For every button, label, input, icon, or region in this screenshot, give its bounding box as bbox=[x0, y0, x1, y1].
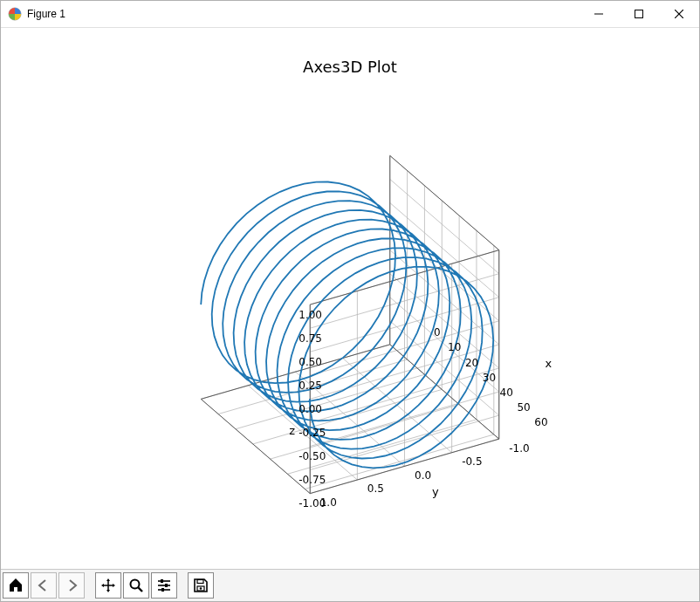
svg-rect-84 bbox=[165, 584, 168, 587]
svg-text:-0.50: -0.50 bbox=[299, 450, 326, 462]
svg-text:0.5: 0.5 bbox=[367, 482, 384, 495]
back-button[interactable] bbox=[31, 572, 57, 599]
svg-text:-1.00: -1.00 bbox=[299, 497, 326, 510]
svg-text:0.75: 0.75 bbox=[299, 332, 322, 345]
svg-text:-1.0: -1.0 bbox=[509, 442, 529, 455]
svg-text:50: 50 bbox=[517, 401, 530, 414]
svg-rect-87 bbox=[197, 580, 203, 584]
configure-subplots-button[interactable] bbox=[151, 572, 177, 599]
svg-line-51 bbox=[390, 155, 499, 250]
save-button[interactable] bbox=[188, 572, 214, 599]
toolbar bbox=[1, 569, 699, 601]
svg-text:-0.25: -0.25 bbox=[299, 427, 326, 439]
maximize-button[interactable] bbox=[619, 1, 659, 27]
svg-text:0: 0 bbox=[434, 326, 441, 339]
figure-area[interactable]: Axes3D Plot 0102030405060-1.0-0.50.00.51… bbox=[1, 28, 699, 569]
svg-text:20: 20 bbox=[465, 357, 478, 369]
minimize-button[interactable] bbox=[579, 1, 619, 27]
x-axis-label: x bbox=[545, 357, 552, 370]
svg-text:-0.75: -0.75 bbox=[299, 474, 326, 486]
svg-line-80 bbox=[139, 588, 143, 592]
svg-text:-0.5: -0.5 bbox=[462, 455, 482, 468]
svg-text:60: 60 bbox=[534, 416, 547, 428]
svg-text:10: 10 bbox=[448, 341, 461, 353]
svg-text:0.50: 0.50 bbox=[299, 356, 322, 368]
figure-window: Figure 1 Axes3D Plot 0102030405060-1.0-0… bbox=[0, 0, 700, 602]
window-title: Figure 1 bbox=[27, 8, 65, 20]
box-outline bbox=[201, 155, 499, 493]
svg-text:0.00: 0.00 bbox=[299, 403, 322, 415]
svg-line-44 bbox=[390, 202, 499, 297]
axes3d-plot[interactable]: 0102030405060-1.0-0.50.00.51.0-1.00-0.75… bbox=[1, 28, 699, 569]
svg-text:40: 40 bbox=[500, 387, 513, 399]
z-axis-label: z bbox=[289, 424, 295, 437]
close-button[interactable] bbox=[659, 1, 699, 27]
svg-text:30: 30 bbox=[483, 372, 496, 384]
svg-point-89 bbox=[200, 587, 202, 590]
titlebar: Figure 1 bbox=[1, 1, 699, 28]
y-axis-label: y bbox=[432, 485, 439, 498]
zoom-button[interactable] bbox=[123, 572, 149, 599]
grid bbox=[201, 155, 499, 493]
svg-line-41 bbox=[390, 274, 499, 368]
svg-line-50 bbox=[201, 345, 390, 400]
pan-button[interactable] bbox=[95, 572, 121, 599]
svg-text:0.0: 0.0 bbox=[415, 469, 431, 482]
app-icon bbox=[8, 7, 22, 21]
svg-rect-2 bbox=[635, 10, 643, 18]
svg-rect-86 bbox=[161, 588, 164, 592]
svg-text:0.25: 0.25 bbox=[299, 380, 322, 392]
home-button[interactable] bbox=[3, 572, 29, 599]
svg-point-79 bbox=[131, 580, 140, 589]
svg-rect-82 bbox=[161, 579, 163, 583]
svg-text:1.00: 1.00 bbox=[299, 309, 322, 321]
forward-button[interactable] bbox=[58, 572, 85, 599]
svg-line-47 bbox=[390, 345, 499, 439]
